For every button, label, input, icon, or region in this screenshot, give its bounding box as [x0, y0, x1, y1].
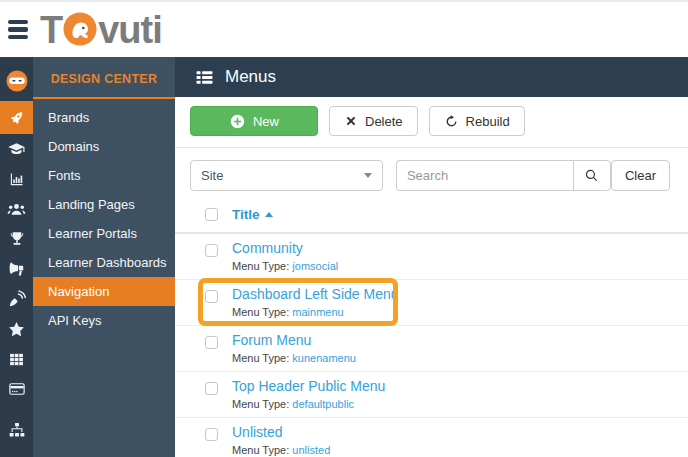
menu-title-link[interactable]: Community: [232, 240, 338, 257]
menu-type-label: Menu Type:: [232, 444, 289, 456]
table-row-highlighted: Dashboard Left Side Menu Menu Type: main…: [175, 280, 688, 326]
bar-chart-icon[interactable]: [0, 164, 33, 194]
menu-title-link[interactable]: Unlisted: [232, 424, 330, 441]
delete-button-label: Delete: [365, 114, 403, 129]
menu-type-link[interactable]: defaultpublic: [292, 398, 354, 410]
sidebar-item-navigation[interactable]: Navigation: [33, 277, 175, 306]
delete-button[interactable]: Delete: [329, 106, 418, 136]
icon-rail: [0, 57, 33, 457]
row-checkbox[interactable]: [205, 290, 218, 303]
grid-icon[interactable]: [0, 344, 33, 374]
table-row: Forum Menu Menu Type: kunenamenu: [175, 326, 688, 372]
rocket-icon[interactable]: [0, 101, 33, 134]
megaphone-icon[interactable]: [0, 254, 33, 284]
main-content: Menus New Delete Rebu: [175, 57, 688, 457]
sidebar-item-landing-pages[interactable]: Landing Pages: [33, 190, 175, 219]
ninja-avatar-icon[interactable]: [6, 70, 28, 92]
rebuild-button-label: Rebuild: [466, 114, 510, 129]
select-all-checkbox[interactable]: [205, 208, 218, 221]
menu-title-link[interactable]: Forum Menu: [232, 332, 356, 349]
row-checkbox[interactable]: [205, 428, 218, 441]
sidebar-title: DESIGN CENTER: [33, 57, 175, 99]
table-header-row: Title: [175, 198, 688, 234]
search-icon: [583, 167, 600, 184]
sidebar-item-api-keys[interactable]: API Keys: [33, 306, 175, 335]
filter-bar: Site Clear: [175, 148, 688, 191]
sidebar-item-fonts[interactable]: Fonts: [33, 161, 175, 190]
chevron-down-icon: [364, 173, 372, 178]
site-filter-value: Site: [201, 168, 223, 183]
row-checkbox[interactable]: [205, 336, 218, 349]
page-header: Menus: [175, 57, 688, 97]
menu-type-label: Menu Type:: [232, 398, 289, 410]
menu-type-link[interactable]: jomsocial: [292, 260, 338, 272]
table-row: Unlisted Menu Type: unlisted: [175, 418, 688, 457]
search-button[interactable]: [573, 160, 611, 191]
graduation-cap-icon[interactable]: [0, 134, 33, 164]
site-filter-select[interactable]: Site: [190, 160, 383, 191]
sidebar-item-brands[interactable]: Brands: [33, 103, 175, 132]
sitemap-icon[interactable]: [0, 415, 33, 445]
menu-title-link[interactable]: Dashboard Left Side Menu: [232, 286, 399, 303]
menu-type-label: Menu Type:: [232, 352, 289, 364]
menu-type-label: Menu Type:: [232, 306, 289, 318]
menu-type-link[interactable]: mainmenu: [292, 306, 343, 318]
refresh-icon: [444, 114, 459, 129]
title-column-header[interactable]: Title: [232, 207, 273, 222]
sidebar-item-learner-dashboards[interactable]: Learner Dashboards: [33, 248, 175, 277]
menu-type-label: Menu Type:: [232, 260, 289, 272]
sidebar-item-domains[interactable]: Domains: [33, 132, 175, 161]
clear-button[interactable]: Clear: [611, 160, 670, 191]
list-icon: [195, 68, 214, 87]
page-title: Menus: [225, 67, 276, 87]
users-icon[interactable]: [0, 194, 33, 224]
title-column-label: Title: [232, 207, 260, 222]
tovuti-logo[interactable]: T vuti: [40, 10, 162, 50]
new-button-label: New: [253, 114, 279, 129]
menus-table: Title Community Menu Type: jomsocial Das…: [175, 198, 688, 457]
search-group: [396, 160, 611, 191]
menu-title-link[interactable]: Top Header Public Menu: [232, 378, 385, 395]
top-bar: T vuti: [0, 0, 688, 57]
star-icon[interactable]: [0, 314, 33, 344]
elephant-logo-icon: [63, 12, 97, 46]
logo-text-left: T: [40, 10, 62, 50]
new-button[interactable]: New: [190, 106, 318, 136]
menu-type-link[interactable]: unlisted: [292, 444, 330, 456]
row-checkbox[interactable]: [205, 244, 218, 257]
rebuild-button[interactable]: Rebuild: [429, 106, 525, 136]
row-checkbox[interactable]: [205, 382, 218, 395]
search-input[interactable]: [396, 160, 573, 191]
toolbar: New Delete Rebuild: [175, 97, 688, 148]
plus-circle-icon: [229, 113, 246, 130]
x-icon: [344, 114, 358, 128]
logo-text-right: vuti: [98, 10, 162, 50]
design-center-sidebar: DESIGN CENTER Brands Domains Fonts Landi…: [33, 57, 175, 457]
sort-ascending-icon: [265, 212, 273, 217]
table-row: Top Header Public Menu Menu Type: defaul…: [175, 372, 688, 418]
sidebar-item-learner-portals[interactable]: Learner Portals: [33, 219, 175, 248]
credit-card-icon[interactable]: [0, 374, 33, 404]
table-row: Community Menu Type: jomsocial: [175, 234, 688, 280]
quill-broadcast-icon[interactable]: [0, 284, 33, 314]
menu-type-link[interactable]: kunenamenu: [292, 352, 356, 364]
trophy-icon[interactable]: [0, 224, 33, 254]
hamburger-menu-icon[interactable]: [8, 20, 28, 40]
